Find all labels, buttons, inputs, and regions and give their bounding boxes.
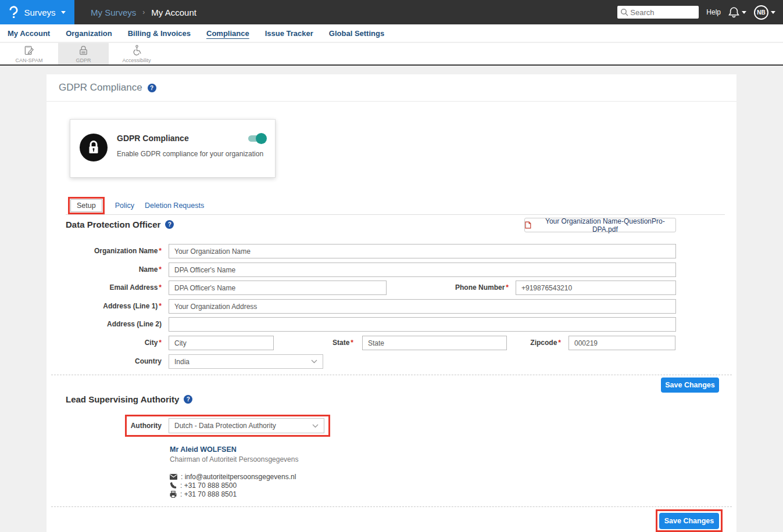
help-icon[interactable]: ? [184, 395, 192, 404]
topbar-right: Help NB [617, 5, 783, 20]
chevron-down-icon [61, 11, 66, 14]
breadcrumb-separator: › [142, 8, 145, 16]
gdpr-toggle[interactable] [248, 135, 266, 142]
nav-my-account[interactable]: My Account [8, 29, 50, 38]
dpo-heading: Data Protection Officer [66, 220, 160, 229]
dpa-pdf-label: Your Organization Name-QuestionPro-DPA.p… [535, 217, 675, 233]
tabs-divider [66, 214, 725, 215]
avatar: NB [754, 5, 768, 20]
annotation-box-setup: Setup [68, 197, 105, 214]
account-menu[interactable]: NB [754, 5, 775, 20]
name-label: Name* [47, 263, 162, 277]
annotation-box-save: Save Changes [656, 509, 723, 532]
compliance-icon-tabs: CAN-SPAM GDPR Accessibility [0, 43, 783, 66]
tab-accessibility[interactable]: Accessibility [109, 43, 165, 64]
form-row-name: Name* [47, 263, 736, 277]
search-icon [620, 8, 628, 16]
zipcode-input[interactable] [569, 336, 675, 350]
address2-label: Address (Line 2) [47, 317, 162, 332]
breadcrumb: My Surveys › My Account [91, 8, 196, 17]
tab-policy[interactable]: Policy [115, 202, 134, 210]
lock-icon [87, 140, 101, 155]
product-menu[interactable]: Surveys [0, 0, 74, 24]
organization-name-input[interactable] [169, 244, 676, 258]
contact-phone-text: : +31 70 888 8500 [180, 481, 237, 490]
dpo-heading-row: Data Protection Officer ? [66, 220, 174, 229]
tab-label: CAN-SPAM [16, 57, 43, 63]
authority-contact-name: Mr Aleid WOLFSEN [170, 445, 237, 454]
save-changes-button-lsa[interactable]: Save Changes [659, 513, 719, 529]
contact-fax-line: : +31 70 888 8501 [170, 491, 296, 497]
page-title-row: GDPR Compliance ? [47, 74, 736, 102]
zipcode-label: Zipcode* [488, 336, 561, 350]
country-select[interactable]: India [169, 354, 323, 369]
tab-setup[interactable]: Setup [70, 199, 102, 212]
breadcrumb-my-account: My Account [151, 8, 196, 17]
breadcrumb-my-surveys[interactable]: My Surveys [91, 8, 136, 17]
card-subtitle: Enable GDPR compliance for your organiza… [117, 150, 263, 158]
help-icon[interactable]: ? [165, 220, 174, 229]
lsa-heading-row: Lead Supervising Authority ? [66, 394, 192, 404]
email-input[interactable] [169, 281, 387, 295]
phone-label: Phone Number* [419, 281, 509, 295]
form-row-city-state-zip: City* State* Zipcode* [47, 336, 736, 350]
authority-contact-title: Chairman of Autoriteit Persoonsgegevens [170, 455, 298, 463]
help-link[interactable]: Help [706, 8, 721, 16]
authority-select-value: Dutch - Data Protection Authority [174, 422, 276, 430]
email-icon [170, 474, 177, 480]
questionpro-logo-icon [9, 5, 19, 19]
address1-input[interactable] [169, 299, 676, 314]
topbar: Surveys My Surveys › My Account Help NB [0, 0, 783, 24]
fax-icon [170, 491, 177, 498]
form-row-country: Country India [47, 354, 736, 369]
gdpr-toggle-card: GDPR Compliance Enable GDPR compliance f… [70, 119, 276, 178]
phone-icon [170, 482, 177, 489]
pdf-file-icon [525, 221, 531, 229]
state-input[interactable] [362, 336, 507, 350]
lock-icon [78, 45, 89, 56]
page-title: GDPR Compliance [59, 82, 142, 94]
document-pencil-icon [24, 45, 35, 56]
nav-compliance[interactable]: Compliance [206, 29, 249, 38]
chevron-down-icon [742, 11, 746, 14]
nav-billing-invoices[interactable]: Billing & Invoices [128, 29, 191, 38]
account-nav: My Account Organization Billing & Invoic… [0, 24, 783, 42]
save-changes-button-dpo[interactable]: Save Changes [661, 378, 719, 393]
organization-name-label: Organization Name* [47, 244, 162, 258]
tab-gdpr[interactable]: GDPR [58, 43, 109, 64]
phone-input[interactable] [516, 281, 676, 295]
dpa-pdf-button[interactable]: Your Organization Name-QuestionPro-DPA.p… [524, 218, 676, 232]
tab-can-spam[interactable]: CAN-SPAM [0, 43, 58, 64]
help-icon[interactable]: ? [148, 84, 156, 92]
wheelchair-icon [131, 45, 142, 56]
product-menu-label: Surveys [24, 8, 55, 17]
address1-label: Address (Line 1)* [47, 299, 162, 314]
contact-email-text: : info@autoriteitpersoonsgegevens.nl [181, 473, 296, 481]
section-divider [51, 375, 732, 375]
bell-icon [728, 6, 739, 18]
search-input[interactable] [617, 6, 699, 19]
toggle-knob [256, 133, 267, 144]
form-row-address2: Address (Line 2) [47, 317, 736, 332]
contact-fax-text: : +31 70 888 8501 [180, 490, 237, 498]
notifications-button[interactable] [728, 6, 746, 18]
authority-contact-lines: : info@autoriteitpersoonsgegevens.nl : +… [170, 473, 296, 497]
country-label: Country [47, 354, 162, 369]
tab-deletion-requests[interactable]: Deletion Requests [145, 202, 204, 210]
nav-global-settings[interactable]: Global Settings [329, 29, 384, 38]
name-input[interactable] [169, 263, 676, 277]
nav-issue-tracker[interactable]: Issue Tracker [265, 29, 313, 38]
form-row-organization: Organization Name* [47, 244, 736, 258]
authority-label: Authority [47, 418, 162, 433]
content-panel: GDPR Compliance ? GDPR Compliance Enable… [47, 74, 736, 532]
tab-label: GDPR [76, 57, 91, 63]
state-label: State* [291, 336, 353, 350]
nav-organization[interactable]: Organization [66, 29, 112, 38]
address2-input[interactable] [169, 317, 676, 332]
chevron-down-icon [771, 11, 775, 14]
form-row-email-phone: Email Address* Phone Number* [47, 281, 736, 295]
authority-select[interactable]: Dutch - Data Protection Authority [169, 418, 324, 433]
chevron-down-icon [311, 360, 317, 364]
city-input[interactable] [169, 336, 274, 350]
card-title: GDPR Compliance [117, 134, 189, 143]
